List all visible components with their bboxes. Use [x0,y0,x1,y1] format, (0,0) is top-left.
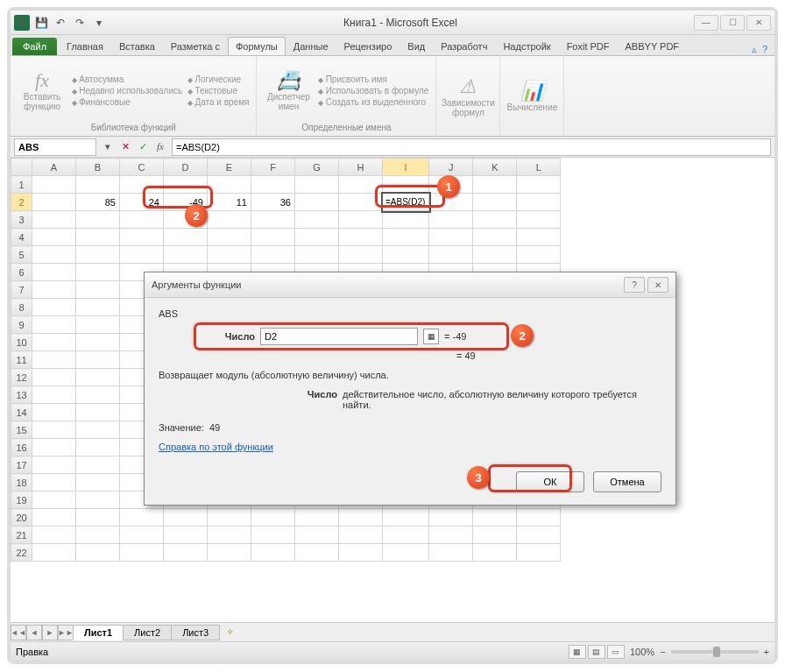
col-header-L[interactable]: L [517,159,561,176]
col-header-D[interactable]: D [164,159,208,176]
row-header-20[interactable]: 20 [11,509,32,527]
sheet-nav-last[interactable]: ►► [58,625,74,640]
col-header-J[interactable]: J [429,159,473,176]
cell-J2[interactable] [429,194,473,211]
row-header-15[interactable]: 15 [11,421,32,439]
redo-icon[interactable]: ↷ [72,15,88,31]
row-header-6[interactable]: 6 [11,264,32,281]
row-header-12[interactable]: 12 [11,369,32,386]
close-button[interactable]: ✕ [746,15,771,31]
zoom-out-button[interactable]: − [660,647,665,657]
logical-button[interactable]: Логические [187,74,249,84]
row-header-21[interactable]: 21 [11,527,32,544]
view-pagelayout-icon[interactable]: ▤ [588,645,605,659]
tab-developer[interactable]: Разработч [433,37,495,55]
col-header-I[interactable]: I [383,159,429,176]
col-header-E[interactable]: E [208,159,251,176]
sheet-tab-1[interactable]: Лист1 [73,625,124,640]
row-header-11[interactable]: 11 [11,351,32,369]
tab-home[interactable]: Главная [59,37,111,55]
row-header-4[interactable]: 4 [11,229,32,246]
name-manager-button[interactable]: 📇 Диспетчер имен [264,60,313,121]
tab-data[interactable]: Данные [286,37,336,55]
sheet-nav-next[interactable]: ► [42,625,58,640]
save-icon[interactable]: 💾 [33,15,49,31]
tab-formulas[interactable]: Формулы [228,37,286,55]
define-name-button[interactable]: Присвоить имя [318,74,428,84]
col-header-F[interactable]: F [251,159,295,176]
row-header-13[interactable]: 13 [11,386,32,404]
cell-D2[interactable]: -49 [164,194,208,211]
tab-foxit[interactable]: Foxit PDF [559,37,618,55]
cell-H2[interactable] [339,194,383,211]
create-from-selection-button[interactable]: Создать из выделенного [318,97,428,107]
cell-A2[interactable] [32,194,76,211]
zoom-slider[interactable] [671,650,759,654]
row-header-7[interactable]: 7 [11,281,32,299]
zoom-level[interactable]: 100% [630,647,654,657]
sheet-tab-3[interactable]: Лист3 [171,625,220,640]
dialog-help-button[interactable]: ? [624,277,645,293]
tab-layout[interactable]: Разметка с [163,37,228,55]
row-header-14[interactable]: 14 [11,404,32,421]
zoom-in-button[interactable]: + [764,647,769,657]
row-header-18[interactable]: 18 [11,474,32,492]
text-button[interactable]: Текстовые [187,86,249,95]
col-header-C[interactable]: C [120,159,164,176]
cell-G2[interactable] [295,194,339,211]
tab-view[interactable]: Вид [400,37,433,55]
financial-button[interactable]: Финансовые [72,97,182,107]
maximize-button[interactable]: ☐ [720,15,745,31]
help-icon[interactable]: ? [762,44,767,55]
row-header-3[interactable]: 3 [11,211,32,229]
row-header-10[interactable]: 10 [11,334,32,351]
recent-button[interactable]: Недавно использовались [72,86,182,95]
fx-icon-bar[interactable]: fx [152,141,168,152]
tab-addins[interactable]: Надстройк [495,37,558,55]
datetime-button[interactable]: Дата и время [187,97,249,107]
col-header-A[interactable]: A [32,159,76,176]
sheet-nav-first[interactable]: ◄◄ [11,625,26,640]
sheet-tab-2[interactable]: Лист2 [123,625,172,640]
tab-abbyy[interactable]: ABBYY PDF [618,37,688,55]
row-header-2[interactable]: 2 [11,194,32,211]
cell-E2[interactable]: 11 [208,194,251,211]
row-header-22[interactable]: 22 [11,544,32,562]
namebox-dropdown-icon[interactable]: ▾ [100,141,116,152]
col-header-K[interactable]: K [473,159,517,176]
minimize-button[interactable]: — [694,15,718,31]
autosum-button[interactable]: Автосумма [72,74,182,84]
sheet-nav-prev[interactable]: ◄ [26,625,42,640]
calculation-button[interactable]: 📊 Вычисление [507,60,556,132]
row-header-1[interactable]: 1 [11,176,32,194]
function-help-link[interactable]: Справка по этой функции [159,442,273,452]
use-in-formula-button[interactable]: Использовать в формуле [318,86,428,95]
row-header-8[interactable]: 8 [11,299,32,316]
formula-input[interactable]: =ABS(D2) [172,138,771,156]
range-picker-icon[interactable]: ▦ [423,329,439,344]
undo-icon[interactable]: ↶ [53,15,68,31]
cell-F2[interactable]: 36 [251,194,295,211]
tab-insert[interactable]: Вставка [111,37,163,55]
view-pagebreak-icon[interactable]: ▭ [607,645,625,659]
cell-B2[interactable]: 85 [76,194,120,211]
insert-function-button[interactable]: fx Вставить функцию [18,60,67,121]
cell-I2[interactable]: =ABS(D2) [383,194,429,211]
row-header-17[interactable]: 17 [11,456,32,474]
arg-input[interactable] [260,328,418,345]
cancel-button[interactable]: Отмена [593,471,661,492]
cell-K2[interactable] [473,194,517,211]
row-header-16[interactable]: 16 [11,439,32,456]
row-header-5[interactable]: 5 [11,246,32,264]
col-header-H[interactable]: H [339,159,383,176]
formula-auditing-button[interactable]: ⚠ Зависимости формул [443,60,492,132]
row-header-9[interactable]: 9 [11,316,32,334]
qat-dropdown-icon[interactable]: ▾ [91,15,107,31]
enter-formula-icon[interactable]: ✓ [135,141,151,152]
select-all-corner[interactable] [11,159,32,176]
ok-button[interactable]: ОК [516,471,584,492]
cell-C2[interactable]: 24 [120,194,164,211]
minimize-ribbon-icon[interactable]: ▵ [752,44,757,55]
view-normal-icon[interactable]: ▦ [569,645,586,659]
col-header-B[interactable]: B [76,159,120,176]
